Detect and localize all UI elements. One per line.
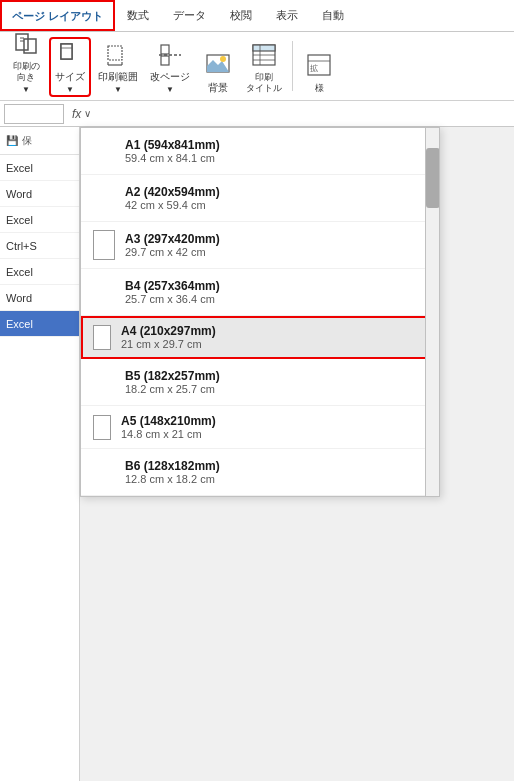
paper-info-a2: A2 (420x594mm) 42 cm x 59.4 cm — [125, 185, 427, 211]
svg-rect-18 — [253, 45, 275, 51]
paper-info-a1: A1 (594x841mm) 59.4 cm x 84.1 cm — [125, 138, 427, 164]
sidebar-item-excel2[interactable]: Excel — [0, 207, 79, 233]
paper-name-a5: A5 (148x210mm) — [121, 414, 427, 428]
paper-item-a1[interactable]: A1 (594x841mm) 59.4 cm x 84.1 cm — [81, 128, 439, 175]
paper-name-b4: B4 (257x364mm) — [125, 279, 427, 293]
tab-formula[interactable]: 数式 — [115, 0, 161, 31]
svg-rect-0 — [16, 34, 28, 50]
paper-info-a5: A5 (148x210mm) 14.8 cm x 21 cm — [121, 414, 427, 440]
name-box[interactable] — [4, 104, 64, 124]
sidebar-item-excel3[interactable]: Excel — [0, 259, 79, 285]
print-orient-label: 印刷の向き — [13, 61, 40, 83]
left-sidebar: 💾 保 Excel Word Excel Ctrl+S Excel Word — [0, 127, 80, 781]
paper-size-b5: 18.2 cm x 25.7 cm — [125, 383, 427, 395]
scrollbar-thumb[interactable] — [426, 148, 440, 208]
size-icon — [54, 40, 86, 69]
paper-size-b4: 25.7 cm x 36.4 cm — [125, 293, 427, 305]
paper-info-a3: A3 (297x420mm) 29.7 cm x 42 cm — [125, 232, 427, 258]
paper-item-a3[interactable]: A3 (297x420mm) 29.7 cm x 42 cm — [81, 222, 439, 269]
print-title-label: 印刷タイトル — [246, 72, 282, 94]
svg-rect-12 — [161, 45, 169, 54]
page-break-button[interactable]: 改ページ ▼ — [146, 38, 194, 96]
print-area-button[interactable]: 印刷範囲 ▼ — [94, 38, 142, 96]
paper-info-b5: B5 (182x257mm) 18.2 cm x 25.7 cm — [125, 369, 427, 395]
print-area-icon — [102, 40, 134, 69]
paper-name-a4: A4 (210x297mm) — [121, 324, 427, 338]
sidebar-items: Excel Word Excel Ctrl+S Excel Word Excel — [0, 155, 79, 781]
paper-size-a1: 59.4 cm x 84.1 cm — [125, 152, 427, 164]
background-label: 背景 — [208, 82, 228, 94]
paper-name-b5: B5 (182x257mm) — [125, 369, 427, 383]
sidebar-item-excel1[interactable]: Excel — [0, 155, 79, 181]
paper-icon-a3 — [93, 230, 115, 260]
paper-name-a3: A3 (297x420mm) — [125, 232, 427, 246]
paper-info-b4: B4 (257x364mm) 25.7 cm x 36.4 cm — [125, 279, 427, 305]
tab-review[interactable]: 校閲 — [218, 0, 264, 31]
paper-size-a5: 14.8 cm x 21 cm — [121, 428, 427, 440]
paper-name-b6: B6 (128x182mm) — [125, 459, 427, 473]
paper-size-a3: 29.7 cm x 42 cm — [125, 246, 427, 258]
tab-page-layout[interactable]: ページ レイアウト — [0, 0, 115, 31]
paper-size-a4: 21 cm x 29.7 cm — [121, 338, 427, 350]
print-title-button[interactable]: 印刷タイトル — [242, 38, 286, 96]
background-button[interactable]: 背景 — [198, 38, 238, 96]
svg-rect-7 — [108, 46, 122, 60]
tab-auto[interactable]: 自動 — [310, 0, 356, 31]
page-break-label: 改ページ — [150, 71, 190, 83]
size-label: サイズ — [55, 71, 85, 83]
orient-icon — [10, 31, 42, 59]
svg-rect-13 — [161, 56, 169, 65]
fx-label: fx — [72, 107, 81, 121]
paper-name-a2: A2 (420x594mm) — [125, 185, 427, 199]
formula-bar: fx ∨ — [0, 101, 514, 127]
save-icon: 💾 — [6, 135, 18, 146]
adjust-label: 様 — [315, 83, 324, 94]
paper-item-b5[interactable]: B5 (182x257mm) 18.2 cm x 25.7 cm — [81, 359, 439, 406]
print-area-chevron: ▼ — [114, 85, 122, 94]
paper-item-b4[interactable]: B4 (257x364mm) 25.7 cm x 36.4 cm — [81, 269, 439, 316]
paper-item-a4[interactable]: A4 (210x297mm) 21 cm x 29.7 cm — [81, 316, 439, 359]
tab-bar: ページ レイアウト 数式 データ 校閲 表示 自動 — [0, 0, 514, 32]
adjust-button[interactable]: 拡 様 — [299, 38, 339, 96]
print-area-label: 印刷範囲 — [98, 71, 138, 83]
svg-text:拡: 拡 — [310, 64, 318, 73]
paper-size-b6: 12.8 cm x 18.2 cm — [125, 473, 427, 485]
paper-item-a5[interactable]: A5 (148x210mm) 14.8 cm x 21 cm — [81, 406, 439, 449]
scrollbar[interactable] — [425, 128, 439, 496]
fx-chevron: ∨ — [84, 108, 91, 119]
toolbar-row: 印刷の向き ▼ サイズ ▼ — [0, 32, 514, 100]
paper-info-b6: B6 (128x182mm) 12.8 cm x 18.2 cm — [125, 459, 427, 485]
svg-rect-5 — [61, 44, 72, 59]
save-area[interactable]: 💾 保 — [0, 127, 79, 155]
toolbar-separator — [292, 41, 293, 91]
sidebar-item-word2[interactable]: Word — [0, 285, 79, 311]
main-content: 💾 保 Excel Word Excel Ctrl+S Excel Word — [0, 127, 514, 781]
background-icon — [202, 48, 234, 80]
svg-point-16 — [220, 56, 226, 62]
svg-rect-1 — [24, 39, 36, 53]
fx-button[interactable]: fx ∨ — [68, 107, 95, 121]
size-chevron: ▼ — [66, 85, 74, 94]
sidebar-item-excel4[interactable]: Excel — [0, 311, 79, 337]
adjust-icon: 拡 — [303, 49, 335, 81]
tab-data[interactable]: データ — [161, 0, 218, 31]
orient-chevron: ▼ — [22, 85, 30, 94]
size-button[interactable]: サイズ ▼ — [50, 38, 90, 96]
print-title-icon — [248, 40, 280, 70]
page-break-icon — [154, 40, 186, 69]
paper-icon-a4 — [93, 325, 111, 350]
sidebar-item-ctrl[interactable]: Ctrl+S — [0, 233, 79, 259]
paper-icon-a5 — [93, 415, 111, 440]
tab-view[interactable]: 表示 — [264, 0, 310, 31]
paper-item-a2[interactable]: A2 (420x594mm) 42 cm x 59.4 cm — [81, 175, 439, 222]
paper-name-a1: A1 (594x841mm) — [125, 138, 427, 152]
paper-item-b6[interactable]: B6 (128x182mm) 12.8 cm x 18.2 cm — [81, 449, 439, 496]
svg-marker-15 — [207, 60, 229, 72]
paper-info-a4: A4 (210x297mm) 21 cm x 29.7 cm — [121, 324, 427, 350]
paper-size-dropdown: A1 (594x841mm) 59.4 cm x 84.1 cm A2 (420… — [80, 127, 440, 497]
print-orient-button[interactable]: 印刷の向き ▼ — [6, 38, 46, 96]
formula-input[interactable] — [99, 107, 510, 121]
sidebar-item-word1[interactable]: Word — [0, 181, 79, 207]
save-label: 保 — [22, 134, 32, 148]
paper-size-a2: 42 cm x 59.4 cm — [125, 199, 427, 211]
